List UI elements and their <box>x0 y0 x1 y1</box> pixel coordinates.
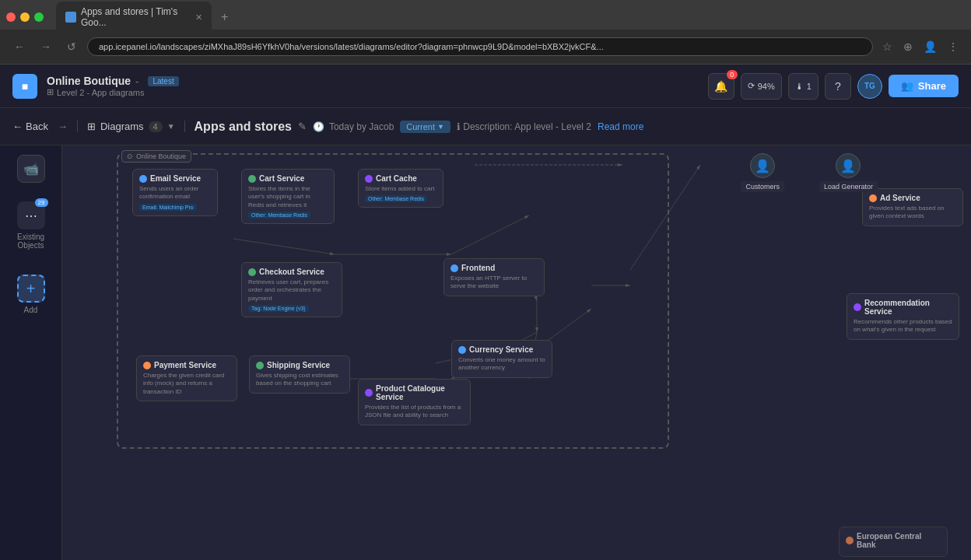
sync-percent: 94% <box>758 82 775 91</box>
product-catalogue-node[interactable]: Product Catalogue Service Provides the l… <box>358 379 471 425</box>
cart-cache-tags: Other: Membase Redis <box>365 195 436 202</box>
info-icon: ℹ <box>457 121 461 132</box>
currency-title: Currency Service <box>458 345 545 354</box>
load-generator-icon: 👤 <box>836 153 861 178</box>
currency-desc: Converts one money amount to another cur… <box>458 356 545 373</box>
frontend-icon <box>450 264 458 272</box>
current-badge[interactable]: Current ▼ <box>400 121 450 133</box>
question-icon: ? <box>835 80 841 93</box>
app-title: Online Boutique <box>47 75 131 87</box>
checkout-tags: Tag: Node Engine (v3) <box>248 305 335 312</box>
cart-service-node[interactable]: Cart Service Stores the items in the use… <box>241 169 335 224</box>
bookmark-icon[interactable]: ☆ <box>879 37 896 56</box>
active-tab[interactable]: Apps and stores | Tim's Goo... ✕ <box>56 2 212 33</box>
camera-icon: 📹 <box>23 162 39 177</box>
diagrams-count: 4 <box>149 121 163 132</box>
add-label: Add <box>24 306 38 314</box>
user-count: 1 <box>807 82 812 91</box>
diagram-title: Apps and stores <box>195 120 292 134</box>
tab-close-icon[interactable]: ✕ <box>195 12 202 23</box>
frontend-title: Frontend <box>450 264 538 272</box>
cart-cache-node[interactable]: Cart Cache Store items added to cart Oth… <box>358 169 443 208</box>
close-button[interactable] <box>6 12 16 22</box>
ad-service-node[interactable]: Ad Service Provides text ads based on gi… <box>862 188 963 226</box>
sidebar-item-add[interactable]: + Add <box>5 268 58 320</box>
back-nav-button[interactable]: ← <box>9 37 30 56</box>
canvas-content: ⊙ Online Boutique Email Service Sends us… <box>62 145 971 560</box>
cart-cache-desc: Store items added to cart <box>365 185 436 193</box>
refresh-nav-button[interactable]: ↺ <box>62 37 81 56</box>
email-service-tags: Email: Mailchimp Pro <box>139 204 211 211</box>
frontend-node[interactable]: Frontend Exposes an HTTP server to serve… <box>443 258 545 296</box>
canvas-area[interactable]: ⊙ Online Boutique Email Service Sends us… <box>62 145 971 560</box>
checkout-service-node[interactable]: Checkout Service Retrieves user cart, pr… <box>241 262 342 317</box>
more-options-icon[interactable]: ⋮ <box>945 37 962 56</box>
app-logo: ■ <box>12 74 37 99</box>
customers-node[interactable]: 👤 Customers <box>741 153 784 192</box>
recommendation-node[interactable]: Recommendation Service Recommends other … <box>847 293 959 340</box>
shipping-desc: Gives shipping cost estimates based on t… <box>256 372 343 388</box>
clock-icon: 🕐 <box>313 121 324 132</box>
objects-icon: ⋯ 29 <box>17 201 45 229</box>
cart-cache-title: Cart Cache <box>365 174 436 183</box>
cart-service-tags: Other: Membase Redis <box>248 212 328 219</box>
payment-desc: Charges the given credit card info (mock… <box>143 372 230 396</box>
european-bank-node[interactable]: European Central Bank <box>839 527 948 557</box>
back-button[interactable]: ← Back <box>12 121 48 132</box>
read-more-link[interactable]: Read more <box>598 121 643 132</box>
notifications-button[interactable]: 🔔 0 <box>708 73 734 100</box>
shipping-icon <box>256 362 264 369</box>
traffic-lights <box>6 12 44 22</box>
share-button[interactable]: 👥 Share <box>889 75 959 97</box>
bank-title: European Central Bank <box>846 532 941 549</box>
sync-button[interactable]: ⟳ 94% <box>741 73 782 100</box>
profile-icon[interactable]: 👤 <box>920 37 940 56</box>
share-icon: 👥 <box>901 80 913 92</box>
level-icon: ⊞ <box>47 87 54 97</box>
thermometer-icon: 🌡 <box>795 82 804 91</box>
app-title-area: Online Boutique - Latest ⊞ Level 2 - App… <box>47 75 179 97</box>
ad-service-desc: Provides text ads based on given context… <box>869 205 956 221</box>
new-tab-button[interactable]: + <box>215 7 234 27</box>
product-icon <box>365 389 373 397</box>
diagram-meta: 🕐 Today by Jacob <box>313 121 394 132</box>
email-service-desc: Sends users an order confirmation email <box>139 185 211 201</box>
minimize-button[interactable] <box>20 12 30 22</box>
notification-badge: 0 <box>727 70 738 79</box>
edit-title-icon[interactable]: ✎ <box>298 121 307 132</box>
app-header: ■ Online Boutique - Latest ⊞ Level 2 - A… <box>0 65 971 108</box>
temperature-indicator[interactable]: 🌡 1 <box>788 73 819 100</box>
tab-bar: Apps and stores | Tim's Goo... ✕ + <box>0 0 971 30</box>
group-label: ⊙ Online Boutique <box>121 150 191 163</box>
payment-icon <box>143 362 151 369</box>
shipping-service-node[interactable]: Shipping Service Gives shipping cost est… <box>249 355 350 394</box>
diagrams-button[interactable]: ⊞ Diagrams 4 ▼ <box>77 121 185 132</box>
email-service-node[interactable]: Email Service Sends users an order confi… <box>132 169 218 216</box>
sidebar-item-existing-objects[interactable]: ⋯ 29 Existing Objects <box>5 195 58 256</box>
url-input[interactable]: app.icepanel.io/landscapes/ziMXhaJ89sH6Y… <box>87 37 873 56</box>
customers-icon: 👤 <box>750 153 775 178</box>
checkout-desc: Retrieves user cart, prepares order and … <box>248 278 335 303</box>
currency-service-node[interactable]: Currency Service Converts one money amou… <box>451 340 552 378</box>
camera-button[interactable]: 📹 <box>17 155 45 183</box>
help-button[interactable]: ? <box>825 73 851 100</box>
version-badge[interactable]: Latest <box>148 76 178 86</box>
browser-icons: ☆ ⊕ 👤 ⋮ <box>879 37 962 56</box>
email-tag-1: Email: Mailchimp Pro <box>139 204 197 211</box>
user-avatar[interactable]: TG <box>857 74 882 99</box>
shipping-title: Shipping Service <box>256 361 343 369</box>
left-sidebar: 📹 ⋯ 29 Existing Objects + Add <box>0 145 62 560</box>
recommendation-title: Recommendation Service <box>854 299 952 316</box>
load-generator-node[interactable]: 👤 Load Generator <box>819 153 878 192</box>
cache-icon <box>365 175 373 183</box>
payment-service-node[interactable]: Payment Service Charges the given credit… <box>136 355 237 401</box>
cart-service-desc: Stores the items in the user's shopping … <box>248 185 328 209</box>
forward-diagram-button[interactable]: → <box>58 121 68 132</box>
extensions-icon[interactable]: ⊕ <box>900 37 916 56</box>
frontend-desc: Exposes an HTTP server to serve the webs… <box>450 275 538 291</box>
forward-nav-button[interactable]: → <box>36 37 56 56</box>
maximize-button[interactable] <box>34 12 44 22</box>
objects-badge: 29 <box>35 198 48 207</box>
bank-icon <box>846 537 854 544</box>
checkout-tag-1: Tag: Node Engine (v3) <box>248 305 309 312</box>
